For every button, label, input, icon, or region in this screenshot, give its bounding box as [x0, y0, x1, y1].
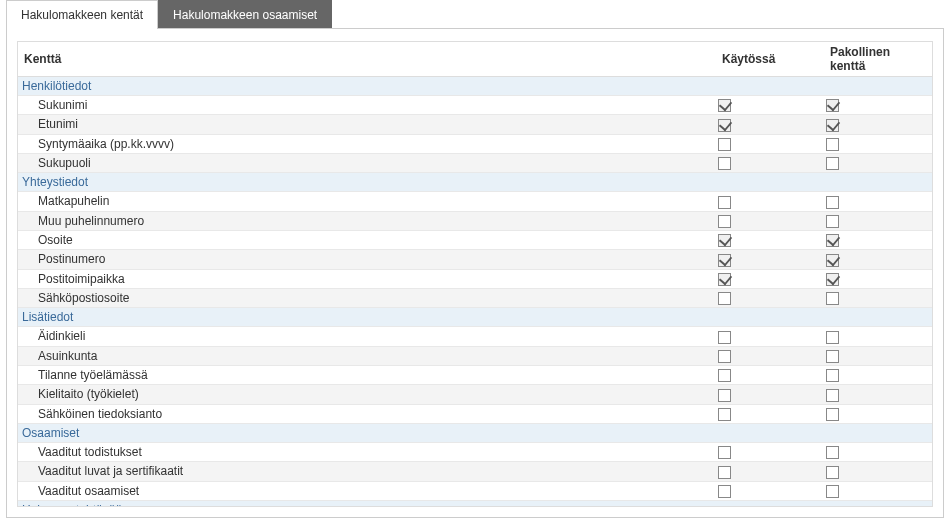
- table-row: Sukunimi: [18, 96, 932, 115]
- checkbox-inuse[interactable]: [718, 389, 731, 402]
- checkbox-inuse[interactable]: [718, 292, 731, 305]
- checkbox-inuse[interactable]: [718, 215, 731, 228]
- table-row: Sukupuoli: [18, 153, 932, 172]
- col-header-field: Kenttä: [18, 42, 716, 77]
- checkbox-required[interactable]: [826, 485, 839, 498]
- field-label: Matkapuhelin: [18, 192, 716, 211]
- table-row: Asuinkunta: [18, 346, 932, 365]
- checkbox-inuse[interactable]: [718, 446, 731, 459]
- checkbox-inuse[interactable]: [718, 466, 731, 479]
- section-header: Hakemus tehtävään: [18, 500, 932, 507]
- col-header-required: Pakollinen kenttä: [824, 42, 932, 77]
- section-title: Yhteystiedot: [18, 173, 932, 192]
- checkbox-inuse[interactable]: [718, 408, 731, 421]
- checkbox-inuse[interactable]: [718, 196, 731, 209]
- table-row: Kielitaito (työkielet): [18, 385, 932, 404]
- checkbox-required[interactable]: [826, 254, 839, 267]
- checkbox-required[interactable]: [826, 446, 839, 459]
- section-header: Lisätiedot: [18, 308, 932, 327]
- field-label: Sukunimi: [18, 96, 716, 115]
- section-title: Osaamiset: [18, 423, 932, 442]
- field-label: Sähköpostiosoite: [18, 288, 716, 307]
- checkbox-required[interactable]: [826, 292, 839, 305]
- field-label: Vaaditut todistukset: [18, 442, 716, 461]
- field-label: Sähköinen tiedoksianto: [18, 404, 716, 423]
- field-label: Äidinkieli: [18, 327, 716, 346]
- checkbox-required[interactable]: [826, 234, 839, 247]
- checkbox-inuse[interactable]: [718, 119, 731, 132]
- checkbox-required[interactable]: [826, 157, 839, 170]
- field-label: Asuinkunta: [18, 346, 716, 365]
- checkbox-required[interactable]: [826, 466, 839, 479]
- checkbox-required[interactable]: [826, 196, 839, 209]
- checkbox-inuse[interactable]: [718, 273, 731, 286]
- app-root: Hakulomakkeen kentät Hakulomakkeen osaam…: [0, 0, 950, 527]
- checkbox-required[interactable]: [826, 331, 839, 344]
- checkbox-required[interactable]: [826, 138, 839, 151]
- checkbox-required[interactable]: [826, 119, 839, 132]
- checkbox-required[interactable]: [826, 350, 839, 363]
- table-row: Vaaditut luvat ja sertifikaatit: [18, 462, 932, 481]
- field-label: Postitoimipaikka: [18, 269, 716, 288]
- table-row: Matkapuhelin: [18, 192, 932, 211]
- field-label: Etunimi: [18, 115, 716, 134]
- checkbox-required[interactable]: [826, 389, 839, 402]
- tab-skills[interactable]: Hakulomakkeen osaamiset: [158, 0, 332, 29]
- fields-table: Kenttä Käytössä Pakollinen kenttä Henkil…: [18, 42, 932, 507]
- section-title: Lisätiedot: [18, 308, 932, 327]
- table-row: Vaaditut todistukset: [18, 442, 932, 461]
- table-row: Vaaditut osaamiset: [18, 481, 932, 500]
- field-label: Tilanne työelämässä: [18, 365, 716, 384]
- table-row: Syntymäaika (pp.kk.vvvv): [18, 134, 932, 153]
- checkbox-inuse[interactable]: [718, 331, 731, 344]
- table-row: Osoite: [18, 230, 932, 249]
- fields-scrollarea[interactable]: Kenttä Käytössä Pakollinen kenttä Henkil…: [17, 41, 933, 507]
- checkbox-inuse[interactable]: [718, 99, 731, 112]
- checkbox-inuse[interactable]: [718, 234, 731, 247]
- field-label: Postinumero: [18, 250, 716, 269]
- checkbox-required[interactable]: [826, 408, 839, 421]
- table-row: Sähköinen tiedoksianto: [18, 404, 932, 423]
- checkbox-inuse[interactable]: [718, 157, 731, 170]
- tab-bar: Hakulomakkeen kentät Hakulomakkeen osaam…: [0, 0, 950, 29]
- table-row: Sähköpostiosoite: [18, 288, 932, 307]
- field-label: Syntymäaika (pp.kk.vvvv): [18, 134, 716, 153]
- tab-fields[interactable]: Hakulomakkeen kentät: [6, 0, 158, 29]
- section-title: Henkilötiedot: [18, 77, 932, 96]
- table-row: Äidinkieli: [18, 327, 932, 346]
- field-label: Sukupuoli: [18, 153, 716, 172]
- table-row: Postitoimipaikka: [18, 269, 932, 288]
- section-header: Yhteystiedot: [18, 173, 932, 192]
- checkbox-inuse[interactable]: [718, 138, 731, 151]
- table-row: Tilanne työelämässä: [18, 365, 932, 384]
- table-row: Postinumero: [18, 250, 932, 269]
- tab-panel: Kenttä Käytössä Pakollinen kenttä Henkil…: [6, 28, 944, 518]
- fields-tbody: HenkilötiedotSukunimiEtunimiSyntymäaika …: [18, 77, 932, 508]
- col-header-inuse: Käytössä: [716, 42, 824, 77]
- checkbox-required[interactable]: [826, 369, 839, 382]
- field-label: Vaaditut luvat ja sertifikaatit: [18, 462, 716, 481]
- checkbox-required[interactable]: [826, 99, 839, 112]
- section-header: Henkilötiedot: [18, 77, 932, 96]
- field-label: Vaaditut osaamiset: [18, 481, 716, 500]
- checkbox-inuse[interactable]: [718, 254, 731, 267]
- field-label: Kielitaito (työkielet): [18, 385, 716, 404]
- checkbox-inuse[interactable]: [718, 369, 731, 382]
- checkbox-required[interactable]: [826, 273, 839, 286]
- table-row: Muu puhelinnumero: [18, 211, 932, 230]
- section-header: Osaamiset: [18, 423, 932, 442]
- checkbox-inuse[interactable]: [718, 350, 731, 363]
- checkbox-inuse[interactable]: [718, 485, 731, 498]
- field-label: Osoite: [18, 230, 716, 249]
- checkbox-required[interactable]: [826, 215, 839, 228]
- table-row: Etunimi: [18, 115, 932, 134]
- section-title: Hakemus tehtävään: [18, 500, 932, 507]
- field-label: Muu puhelinnumero: [18, 211, 716, 230]
